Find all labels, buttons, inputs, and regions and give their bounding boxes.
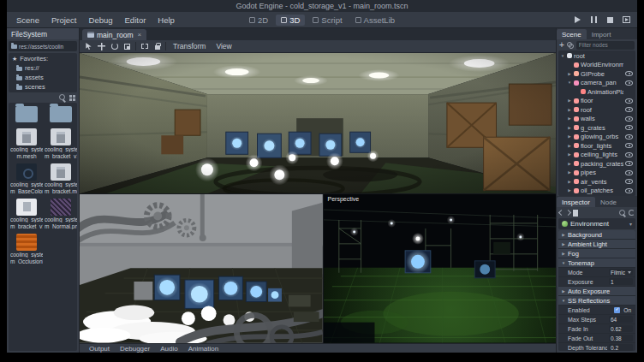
viewport-bottom-left[interactable] — [80, 194, 323, 343]
visibility-eye-icon[interactable] — [625, 80, 633, 86]
scene-tree-row[interactable]: ▶ walls — [558, 115, 635, 124]
workspace-tab[interactable]: AssetLib — [350, 15, 400, 26]
expand-arrow-icon[interactable]: ▼ — [567, 80, 572, 85]
filesystem-title[interactable]: FileSystem — [7, 28, 79, 39]
file-item[interactable]: cooling_syste m.mesh — [10, 128, 43, 159]
search-icon[interactable] — [59, 94, 66, 101]
expand-arrow-icon[interactable]: ▶ — [567, 188, 572, 193]
expand-arrow-icon[interactable]: ▶ — [567, 72, 572, 76]
scene-tree-row[interactable]: ▶ pipes — [558, 169, 635, 178]
visibility-eye-icon[interactable] — [625, 98, 633, 104]
property-value[interactable]: Filmic — [609, 269, 633, 276]
dock-tab[interactable]: Import — [587, 29, 617, 39]
dock-tab[interactable]: Scene — [557, 29, 587, 39]
menu-item[interactable]: Help — [152, 15, 181, 25]
visibility-eye-icon[interactable] — [625, 107, 633, 112]
file-item[interactable]: cooling_syste m_bracket_v1.ob — [10, 199, 43, 229]
file-item[interactable]: cooling_syste m_bracket_v1... — [45, 128, 77, 159]
workspace-tab[interactable]: 2D — [244, 15, 273, 26]
menu-item[interactable]: Editor — [119, 15, 152, 25]
filter-nodes-input[interactable] — [576, 41, 635, 50]
scale-tool-button[interactable] — [122, 42, 132, 51]
file-item[interactable]: cooling_syste m_bracket.mesh — [45, 163, 77, 194]
file-item[interactable] — [10, 106, 43, 124]
visibility-eye-icon[interactable] — [625, 179, 633, 184]
scene-tree-row[interactable]: ▶ floor_lights — [558, 141, 635, 151]
inspector-row[interactable]: Depth Toleranc 0.2 — [558, 343, 635, 351]
expand-arrow-icon[interactable]: ▶ — [567, 152, 572, 157]
favorites-header[interactable]: ★ Favorites: — [9, 54, 77, 63]
scene-tree-row[interactable]: ▶ floor — [558, 97, 635, 106]
transform-menu[interactable]: Transform — [170, 42, 209, 50]
expand-arrow-icon[interactable]: ▶ — [567, 126, 572, 130]
chevron-down-icon[interactable]: ▾ — [629, 221, 632, 227]
view-toggle-icon[interactable] — [69, 95, 75, 101]
instance-scene-icon[interactable] — [567, 42, 574, 49]
property-value[interactable]: 64 — [609, 316, 633, 323]
expand-arrow-icon[interactable]: ▶ — [567, 144, 572, 148]
expand-arrow-icon[interactable]: ▶ — [567, 134, 572, 139]
file-item[interactable]: cooling_syste m_Normal.png — [45, 199, 77, 229]
scene-tree-row[interactable]: ▶ packing_crates_and — [558, 159, 635, 169]
viewport-bottom-right[interactable]: Perspective — [324, 194, 556, 343]
inspector-row[interactable]: Fade Out 0.38 — [558, 334, 635, 343]
bottom-panel-tab[interactable]: Animation — [183, 345, 224, 353]
checkbox-icon[interactable] — [614, 307, 620, 313]
history-forward-icon[interactable] — [565, 210, 571, 216]
scene-tab[interactable]: main_room × — [82, 29, 146, 40]
visibility-eye-icon[interactable] — [625, 71, 633, 76]
menu-item[interactable]: Project — [45, 15, 83, 25]
stop-button[interactable] — [605, 15, 616, 26]
scene-tree-row[interactable]: ▶ g_crates — [558, 123, 635, 133]
inspector-row[interactable]: ▶ Ambient Light — [558, 240, 635, 249]
scene-tree-row[interactable]: ▶ air_vents — [558, 177, 635, 187]
play-button[interactable] — [572, 15, 583, 26]
search-icon[interactable] — [619, 210, 626, 217]
property-value[interactable]: 0.62 — [609, 325, 633, 333]
visibility-eye-icon[interactable] — [625, 170, 633, 175]
select-tool-button[interactable] — [84, 42, 93, 51]
file-item[interactable]: cooling_syste m_OcclusionRou — [10, 234, 43, 264]
visibility-eye-icon[interactable] — [625, 188, 633, 193]
scene-tree-row[interactable]: ▼ root — [558, 51, 635, 61]
property-value[interactable]: 1 — [609, 278, 633, 286]
visibility-eye-icon[interactable] — [625, 134, 633, 139]
inspector-row[interactable]: ▶ Background — [558, 230, 635, 240]
scene-tree-row[interactable]: AnimationPlayer — [558, 87, 635, 97]
inspector-row[interactable]: Exposure 1 — [558, 277, 635, 287]
expand-arrow-icon[interactable]: ▶ — [567, 98, 572, 103]
tools-icon[interactable] — [629, 210, 635, 216]
rotate-tool-button[interactable] — [110, 42, 119, 51]
lock-button[interactable] — [152, 42, 162, 51]
inspector-row[interactable]: Fade In 0.62 — [558, 324, 635, 334]
property-value[interactable]: 0.2 — [609, 344, 633, 351]
play-scene-button[interactable] — [621, 15, 632, 26]
property-value[interactable]: On — [622, 306, 633, 314]
tree-folder-item[interactable]: assets — [9, 73, 77, 82]
scene-tree-row[interactable]: WorldEnvironment — [558, 61, 635, 70]
viewport-bottom-right-render[interactable] — [324, 194, 556, 343]
select-region-button[interactable] — [140, 42, 149, 51]
bottom-panel-tab[interactable]: Debugger — [115, 345, 155, 353]
file-item[interactable]: cooling_syste m_BaseColor.pn — [10, 163, 43, 194]
resource-file-icon[interactable] — [573, 210, 578, 217]
menu-item[interactable]: Scene — [10, 15, 45, 25]
dock-tab[interactable]: Node — [595, 197, 622, 207]
menu-item[interactable]: Debug — [83, 15, 119, 25]
inspector-row[interactable]: ▶ Auto Exposure — [558, 287, 635, 296]
filesystem-path[interactable]: res://assets/coolin — [9, 41, 77, 51]
inspector-row[interactable]: Enabled On — [558, 306, 635, 315]
scene-tree-row[interactable]: ▶ glowing_orbs — [558, 133, 635, 142]
visibility-eye-icon[interactable] — [625, 143, 633, 148]
scene-tree-row[interactable]: ▶ roof — [558, 105, 635, 115]
expand-arrow-icon[interactable]: ▶ — [567, 162, 572, 166]
visibility-eye-icon[interactable] — [625, 125, 633, 130]
file-item[interactable] — [45, 106, 77, 124]
titlebar[interactable]: Godot Engine - cold_storage_v1 - main_ro… — [7, 0, 637, 12]
scene-tree-row[interactable]: ▶ oil_patches — [558, 187, 635, 196]
expand-arrow-icon[interactable]: ▶ — [567, 116, 572, 121]
viewport-bottom-left-render[interactable] — [80, 194, 323, 343]
visibility-eye-icon[interactable] — [625, 161, 633, 166]
inspector-row[interactable]: Mode Filmic — [558, 268, 635, 277]
workspace-tab[interactable]: 3D — [276, 15, 305, 26]
